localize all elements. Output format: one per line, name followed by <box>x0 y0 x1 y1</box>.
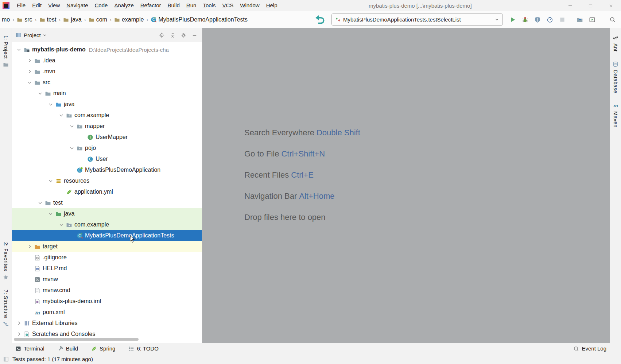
toolwindow-ant[interactable]: Ant <box>613 35 618 52</box>
menu-edit[interactable]: Edit <box>29 0 45 11</box>
spring-leaf-icon <box>91 346 97 352</box>
menu-code[interactable]: Code <box>92 0 111 11</box>
breadcrumb-item-mo[interactable]: mo <box>1 16 11 24</box>
toolwindow-7-structure[interactable]: 7: Structure <box>3 290 9 327</box>
chevron-right-icon[interactable] <box>25 69 34 74</box>
tree-item-src[interactable]: src <box>12 77 202 88</box>
tree-item-pom-xml[interactable]: mpom.xml <box>12 307 202 318</box>
chevron-down-icon[interactable] <box>46 211 55 217</box>
menu-vcs[interactable]: VCS <box>219 0 237 11</box>
toolwindow-database[interactable]: Database <box>613 61 618 93</box>
tool-spring[interactable]: Spring <box>91 345 115 352</box>
tree-item-main[interactable]: main <box>12 88 202 99</box>
maximize-button[interactable] <box>580 0 601 11</box>
close-button[interactable] <box>601 0 621 11</box>
sync-folder-button[interactable] <box>574 13 586 26</box>
chevron-down-icon[interactable] <box>35 200 45 206</box>
chevron-right-icon[interactable] <box>14 331 24 337</box>
locate-button[interactable] <box>156 30 167 40</box>
panel-title[interactable]: Project <box>24 32 41 38</box>
tool-6-todo[interactable]: 6: TODO <box>128 345 158 352</box>
collapse-all-button[interactable] <box>167 30 178 40</box>
breadcrumbs: mo›src›test›java›com›example›CMybatisPlu… <box>0 16 313 24</box>
shortcut-keys[interactable]: Ctrl+E <box>291 170 314 179</box>
menu-tools[interactable]: Tools <box>199 0 219 11</box>
tree-item-mybatis-plus-demo-iml[interactable]: mybatis-plus-demo.iml <box>12 296 202 307</box>
tree-item-mvnw[interactable]: mvnw <box>12 274 202 285</box>
debug-button[interactable] <box>519 13 531 26</box>
tree-item-mvnw-cmd[interactable]: mvnw.cmd <box>12 285 202 296</box>
breadcrumb-item-java[interactable]: java <box>62 16 82 24</box>
tool-terminal[interactable]: Terminal <box>15 345 44 352</box>
tree-item-help-md[interactable]: MDHELP.md <box>12 263 202 274</box>
tree-item-java[interactable]: java <box>12 208 202 219</box>
chevron-right-icon[interactable] <box>25 58 34 63</box>
gear-button[interactable] <box>178 30 189 40</box>
chevron-down-icon[interactable] <box>25 80 34 85</box>
run-with-coverage-button[interactable] <box>531 13 544 26</box>
tree-item-mybatisplusdemoapplication[interactable]: CMybatisPlusDemoApplication <box>12 164 202 175</box>
event-log-button[interactable]: Event Log <box>573 345 606 352</box>
menu-analyze[interactable]: Analyze <box>111 0 137 11</box>
menu-help[interactable]: Help <box>263 0 281 11</box>
tree-item-com-example[interactable]: com.example <box>12 110 202 121</box>
undo-arrow-button[interactable] <box>313 13 326 26</box>
tree-item-mybatisplusdemoapplicationtests[interactable]: CMybatisPlusDemoApplicationTests <box>12 230 202 241</box>
breadcrumb-item-mybatisplusdemoapplicationtests[interactable]: CMybatisPlusDemoApplicationTests <box>150 16 249 24</box>
tree-item-pojo[interactable]: pojo <box>12 143 202 154</box>
shortcut-keys[interactable]: Ctrl+Shift+N <box>281 149 325 158</box>
chevron-down-icon[interactable] <box>57 222 66 228</box>
breadcrumb-item-example[interactable]: example <box>113 16 145 24</box>
menu-view[interactable]: View <box>45 0 63 11</box>
svg-text:m: m <box>613 103 618 108</box>
hide-button[interactable] <box>189 30 200 40</box>
tool-windows-icon[interactable] <box>3 356 9 362</box>
chevron-down-icon[interactable] <box>35 90 45 96</box>
breadcrumb-item-test[interactable]: test <box>38 16 58 24</box>
tree-item-user[interactable]: CUser <box>12 154 202 164</box>
menu-window[interactable]: Window <box>237 0 263 11</box>
tree-item-application-yml[interactable]: application.yml <box>12 186 202 197</box>
minimize-button[interactable] <box>560 0 580 11</box>
run-button[interactable] <box>506 13 519 26</box>
tree-item-gitignore[interactable]: .gitignore <box>12 252 202 263</box>
open-preview-button[interactable] <box>586 13 598 26</box>
breadcrumb-item-src[interactable]: src <box>16 16 33 24</box>
chevron-down-icon[interactable] <box>46 101 55 107</box>
breadcrumb-item-com[interactable]: com <box>88 16 108 24</box>
toolwindow-2-favorites[interactable]: 2: Favorites <box>3 242 9 280</box>
tree-item-usermapper[interactable]: IUserMapper <box>12 132 202 143</box>
tree-item-mapper[interactable]: mapper <box>12 121 202 132</box>
chevron-down-icon[interactable] <box>67 145 77 151</box>
tree-item-mvn[interactable]: .mvn <box>12 66 202 77</box>
tree-item-mybatis-plus-demo[interactable]: mybatis-plus-demoD:\IdeaProjects\IdeaPro… <box>12 44 202 55</box>
tree-item-com-example[interactable]: com.example <box>12 219 202 230</box>
chevron-right-icon[interactable] <box>25 244 34 249</box>
tree-item-java[interactable]: java <box>12 99 202 110</box>
toolwindow-maven[interactable]: mMaven <box>613 102 618 128</box>
tree-item-idea[interactable]: .idea <box>12 55 202 66</box>
toolwindow-1-project[interactable]: 1: Project <box>3 35 9 67</box>
menu-run[interactable]: Run <box>183 0 200 11</box>
menu-file[interactable]: File <box>13 0 29 11</box>
shortcut-keys[interactable]: Alt+Home <box>299 191 334 201</box>
tool-build[interactable]: Build <box>58 345 78 352</box>
chevron-right-icon[interactable] <box>14 320 24 326</box>
menu-navigate[interactable]: Navigate <box>63 0 91 11</box>
horizontal-scrollbar[interactable] <box>14 338 139 341</box>
tree-item-test[interactable]: test <box>12 197 202 208</box>
chevron-down-icon[interactable] <box>14 47 24 53</box>
search-everywhere-button[interactable] <box>606 13 619 26</box>
tree-item-resources[interactable]: resources <box>12 175 202 186</box>
tree-item-external-libraries[interactable]: External Libraries <box>12 318 202 329</box>
chevron-down-icon[interactable] <box>46 178 55 184</box>
shortcut-keys[interactable]: Double Shift <box>317 128 360 137</box>
chevron-down-icon[interactable] <box>42 33 47 38</box>
run-configuration-select[interactable]: MybatisPlusDemoApplicationTests.testSele… <box>331 13 503 26</box>
tree-item-target[interactable]: target <box>12 241 202 252</box>
menu-refactor[interactable]: Refactor <box>137 0 164 11</box>
menu-build[interactable]: Build <box>164 0 183 11</box>
chevron-down-icon[interactable] <box>57 112 66 118</box>
chevron-down-icon[interactable] <box>67 123 77 129</box>
profiler-button[interactable] <box>544 13 556 26</box>
